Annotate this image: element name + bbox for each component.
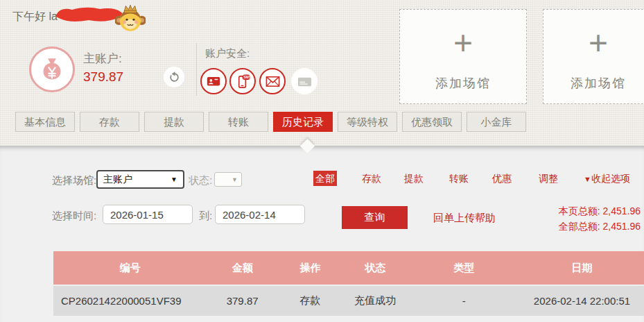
plus-icon: +	[453, 26, 473, 60]
all-total-value: 2,451.96	[603, 221, 641, 232]
to-label: 到:	[199, 210, 212, 223]
collapse-options-label: 收起选项	[591, 173, 630, 184]
table-header-row: 编号 金额 操作 状态 类型 日期	[53, 251, 644, 285]
add-venue-card[interactable]: + 添加场馆	[543, 9, 644, 104]
add-venue-label: 添加场馆	[435, 75, 491, 92]
account-balance: 379.87	[83, 69, 123, 85]
add-venue-label: 添加场馆	[571, 75, 626, 92]
type-filter-promo[interactable]: 优惠	[492, 173, 512, 185]
query-button[interactable]: 查询	[342, 206, 408, 229]
page-total: 本页总额: 2,451.96	[559, 203, 641, 219]
phone-sms-icon[interactable]: SMS	[229, 68, 256, 94]
chevron-down-icon: ▼	[171, 176, 177, 183]
collapse-options-link[interactable]: ▼收起选项	[584, 173, 630, 185]
redacted-username-scribble	[55, 6, 125, 26]
venue-select-label: 选择场馆:	[52, 174, 96, 187]
col-header-amount: 金额	[207, 251, 278, 285]
col-header-date: 日期	[520, 251, 644, 285]
id-card-icon[interactable]	[200, 68, 227, 94]
triangle-down-icon: ▼	[584, 175, 591, 183]
status-select-label: 状态:	[189, 174, 212, 187]
col-header-operation: 操作	[278, 251, 343, 285]
cell-status: 充值成功	[342, 286, 408, 316]
add-venue-card[interactable]: + 添加场馆	[399, 9, 527, 104]
time-select-label: 选择时间:	[52, 210, 96, 223]
cell-date: 2026-02-14 22:00:51	[520, 286, 644, 316]
table-row: CP26021422000051VF39 379.87 存款 充值成功 - 20…	[53, 286, 644, 316]
account-security-label: 账户安全:	[205, 47, 250, 60]
history-table: 编号 金额 操作 状态 类型 日期 CP26021422000051VF39 3…	[53, 251, 644, 316]
type-filter-adjust[interactable]: 调整	[539, 173, 558, 185]
venue-select-value: 主账户	[103, 173, 132, 186]
main-tabs: 基本信息 存款 提款 转账 历史记录 等级特权 优惠领取 小金库	[15, 112, 526, 132]
type-filter-withdraw[interactable]: 提款	[404, 173, 424, 185]
tab-transfer[interactable]: 转账	[209, 112, 268, 132]
cell-amount: 379.87	[207, 286, 278, 316]
receipt-upload-help-link[interactable]: 回单上传帮助	[433, 212, 496, 225]
page-total-value: 2,451.96	[603, 205, 641, 217]
col-header-status: 状态	[342, 251, 408, 285]
account-page: 下午好 la 主账户: 379.87 账户安全:	[0, 0, 644, 322]
date-to-input[interactable]	[215, 205, 305, 224]
type-filter-all[interactable]: 全部	[313, 171, 337, 186]
tab-vault[interactable]: 小金库	[467, 112, 526, 132]
svg-text:SMS: SMS	[243, 75, 251, 79]
money-bag-icon	[29, 46, 75, 92]
greeting-text: 下午好 la	[12, 10, 58, 24]
col-header-id: 编号	[53, 251, 207, 285]
type-filter-deposit[interactable]: 存款	[362, 173, 381, 185]
main-account-label: 主账户:	[83, 51, 122, 67]
tab-deposit[interactable]: 存款	[80, 112, 139, 132]
tab-history[interactable]: 历史记录	[273, 112, 333, 132]
col-header-type: 类型	[408, 251, 520, 285]
plus-icon: +	[589, 26, 608, 60]
tab-basic-info[interactable]: 基本信息	[15, 112, 75, 132]
tab-withdraw[interactable]: 提款	[144, 112, 204, 132]
refresh-balance-button[interactable]	[164, 67, 184, 87]
tab-promo-claim[interactable]: 优惠领取	[402, 112, 462, 132]
date-from-input[interactable]	[103, 205, 193, 224]
divider	[196, 43, 197, 96]
all-total: 全部总额: 2,451.96	[559, 219, 641, 234]
page-total-label: 本页总额:	[559, 205, 600, 217]
bank-card-icon[interactable]	[291, 68, 317, 94]
type-filter-transfer[interactable]: 转账	[449, 173, 469, 185]
status-select[interactable]: ▼	[214, 172, 242, 187]
tab-vip-privilege[interactable]: 等级特权	[338, 112, 397, 132]
cell-id: CP26021422000051VF39	[53, 286, 207, 316]
cell-operation: 存款	[278, 286, 343, 316]
all-total-label: 全部总额:	[559, 221, 600, 232]
monkey-crown-emoji	[115, 3, 146, 33]
chevron-down-icon: ▼	[232, 176, 238, 183]
email-icon[interactable]	[259, 68, 286, 94]
cell-type: -	[408, 286, 520, 316]
totals: 本页总额: 2,451.96 全部总额: 2,451.96	[559, 203, 641, 234]
venue-select[interactable]: 主账户 ▼	[96, 170, 184, 189]
